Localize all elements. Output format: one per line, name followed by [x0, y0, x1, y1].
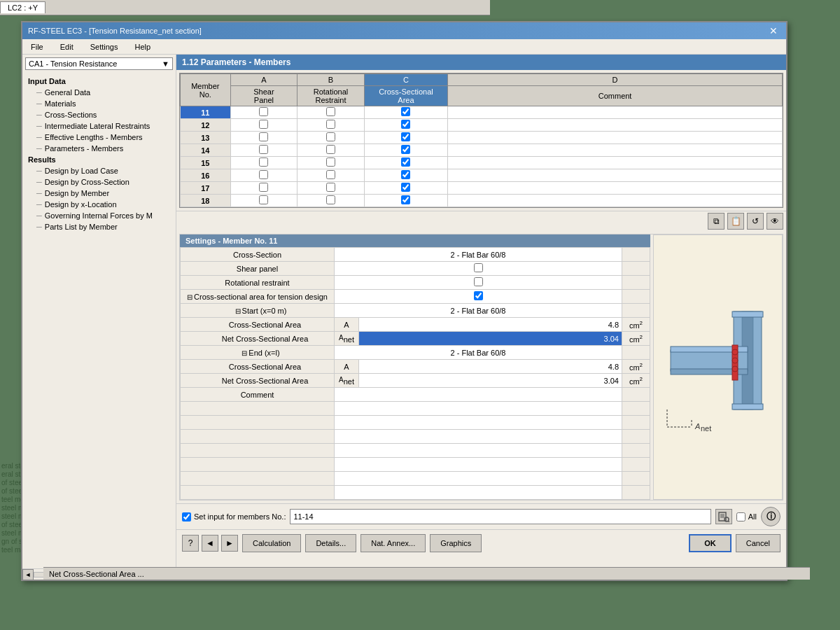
sidebar-item-cross-sections[interactable]: ─Cross-Sections — [22, 109, 176, 120]
cell-member-num[interactable]: 11 — [181, 106, 231, 119]
next-button[interactable]: ► — [221, 535, 238, 552]
checkbox-b-11[interactable] — [326, 107, 335, 116]
table-btn-1[interactable]: ⧉ — [708, 213, 724, 230]
sidebar-item-materials[interactable]: ─Materials — [22, 98, 176, 109]
tension-checkbox[interactable] — [474, 291, 483, 300]
empty-row-2 — [181, 416, 650, 430]
checkbox-b-15[interactable] — [326, 158, 335, 167]
value-comment[interactable] — [335, 388, 622, 402]
set-input-checkbox[interactable] — [182, 512, 191, 522]
value-ncsa-end[interactable]: 3.04 — [358, 374, 622, 388]
settings-row-cross-section: Cross-Section 2 - Flat Bar 60/8 — [181, 248, 650, 262]
member-number-input[interactable] — [290, 509, 710, 524]
sidebar-item-design-load-case[interactable]: ─Design by Load Case — [22, 165, 176, 176]
nat-annex-button[interactable]: Nat. Annex... — [360, 534, 426, 552]
checkbox-c-11[interactable] — [401, 107, 410, 116]
checkbox-a-12[interactable] — [259, 120, 268, 129]
settings-panel: Settings - Member No. 11 Cross-Section 2… — [179, 234, 783, 500]
table-row: 14 — [181, 144, 783, 157]
checkbox-a-13[interactable] — [259, 132, 268, 141]
checkbox-c-18[interactable] — [401, 195, 410, 204]
checkbox-b-17[interactable] — [326, 183, 335, 192]
checkbox-b-12[interactable] — [326, 120, 335, 129]
cell-member-num[interactable]: 17 — [181, 182, 231, 195]
all-checkbox[interactable] — [736, 512, 746, 522]
empty-row-7 — [181, 486, 650, 500]
cell-member-num[interactable]: 18 — [181, 195, 231, 207]
menu-settings[interactable]: Settings — [88, 41, 121, 52]
sidebar-item-parameters-members[interactable]: ─Parameters - Members — [22, 143, 176, 154]
checkbox-a-11[interactable] — [259, 107, 268, 116]
cell-member-num[interactable]: 13 — [181, 132, 231, 144]
ca-dropdown[interactable]: CA1 - Tension Resistance ▼ — [25, 57, 173, 70]
unit-ncsa-start: cm2 — [622, 332, 650, 346]
value-csa-start[interactable]: 4.8 — [358, 318, 622, 332]
shear-checkbox[interactable] — [474, 263, 483, 272]
cell-d-12 — [448, 119, 783, 132]
menu-file[interactable]: File — [28, 41, 46, 52]
table-btn-3[interactable]: ↺ — [747, 213, 764, 230]
scroll-left-btn[interactable]: ◄ — [22, 569, 34, 580]
results-section[interactable]: Results — [22, 154, 176, 165]
checkbox-a-18[interactable] — [259, 195, 268, 204]
ok-button[interactable]: OK — [689, 534, 732, 552]
sidebar-item-design-cross-section[interactable]: ─Design by Cross-Section — [22, 176, 176, 188]
checkbox-b-18[interactable] — [326, 195, 335, 204]
sidebar-item-parts-list[interactable]: ─Parts List by Member — [22, 221, 176, 232]
cell-member-num[interactable]: 12 — [181, 119, 231, 132]
graphics-button[interactable]: Graphics — [430, 534, 482, 552]
help-button[interactable]: ? — [182, 535, 199, 552]
checkbox-a-17[interactable] — [259, 183, 268, 192]
info-button[interactable]: ⓘ — [761, 507, 780, 526]
rotational-checkbox[interactable] — [474, 277, 483, 286]
sidebar-item-general-data[interactable]: ─General Data — [22, 87, 176, 98]
checkbox-c-17[interactable] — [401, 183, 410, 192]
browse-button[interactable] — [715, 509, 732, 524]
checkbox-c-13[interactable] — [401, 132, 410, 141]
svg-line-22 — [728, 521, 729, 522]
value-shear — [335, 262, 622, 276]
value-csa-end[interactable]: 4.8 — [358, 360, 622, 374]
dialog-body: CA1 - Tension Resistance ▼ Input Data ─G… — [22, 55, 786, 580]
empty-row-4 — [181, 444, 650, 458]
checkbox-c-16[interactable] — [401, 170, 410, 179]
table-btn-4[interactable]: 👁 — [766, 213, 783, 230]
cell-member-num[interactable]: 16 — [181, 169, 231, 182]
calculation-button[interactable]: Calculation — [242, 534, 301, 552]
checkbox-c-14[interactable] — [401, 145, 410, 154]
value-ncsa-start[interactable]: 3.04 — [358, 332, 622, 346]
member-table: MemberNo. A B C D ShearPanel RotationalR… — [180, 74, 783, 207]
cell-b-17 — [298, 182, 365, 195]
cell-a-14 — [230, 144, 298, 157]
checkbox-a-16[interactable] — [259, 170, 268, 179]
lc2-tab[interactable]: LC2 : +Y — [0, 1, 46, 13]
cell-member-num[interactable]: 14 — [181, 144, 231, 157]
settings-row-csa-start: Cross-Sectional Area A 4.8 cm2 — [181, 318, 650, 332]
cell-d-13 — [448, 132, 783, 144]
sidebar-item-governing-internal[interactable]: ─Governing Internal Forces by M — [22, 210, 176, 221]
cell-member-num[interactable]: 15 — [181, 157, 231, 169]
sidebar-item-design-member[interactable]: ─Design by Member — [22, 188, 176, 199]
menu-help[interactable]: Help — [132, 41, 153, 52]
checkbox-b-13[interactable] — [326, 132, 335, 141]
menu-edit[interactable]: Edit — [57, 41, 76, 52]
sidebar-item-effective-lengths[interactable]: ─Effective Lengths - Members — [22, 132, 176, 143]
all-checkbox-container: All — [736, 512, 757, 522]
cancel-button[interactable]: Cancel — [736, 534, 780, 552]
close-button[interactable]: ✕ — [766, 25, 780, 36]
unit-cross-section — [622, 248, 650, 262]
settings-row-end: ⊟End (x=l) 2 - Flat Bar 60/8 — [181, 346, 650, 360]
table-btn-2[interactable]: 📋 — [727, 213, 744, 230]
sidebar-item-design-x-location[interactable]: ─Design by x-Location — [22, 199, 176, 210]
checkbox-b-16[interactable] — [326, 170, 335, 179]
input-data-section[interactable]: Input Data — [22, 76, 176, 87]
checkbox-c-12[interactable] — [401, 120, 410, 129]
sidebar-item-intermediate-lateral[interactable]: ─Intermediate Lateral Restraints — [22, 120, 176, 132]
empty-row-5 — [181, 458, 650, 472]
prev-button[interactable]: ◄ — [202, 535, 218, 552]
checkbox-a-14[interactable] — [259, 145, 268, 154]
details-button[interactable]: Details... — [305, 534, 356, 552]
checkbox-a-15[interactable] — [259, 158, 268, 167]
checkbox-b-14[interactable] — [326, 145, 335, 154]
checkbox-c-15[interactable] — [401, 158, 410, 167]
